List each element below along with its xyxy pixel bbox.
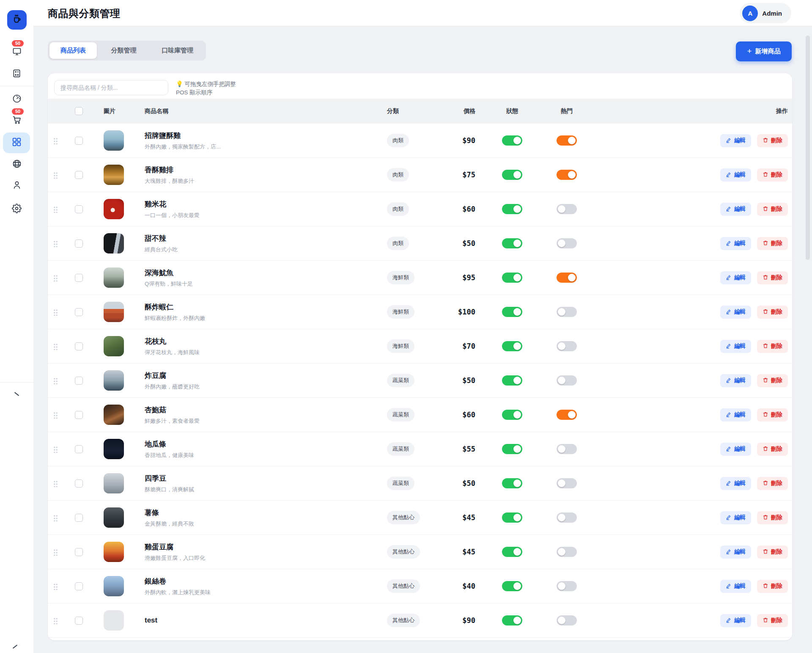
hot-toggle[interactable] <box>557 170 577 180</box>
status-toggle[interactable] <box>502 410 522 420</box>
delete-button[interactable]: 刪除 <box>757 614 788 627</box>
drag-handle-icon[interactable] <box>53 617 58 624</box>
delete-button[interactable]: 刪除 <box>757 511 788 524</box>
hot-toggle[interactable] <box>557 410 577 420</box>
select-all-checkbox[interactable] <box>75 107 83 115</box>
row-checkbox[interactable] <box>75 342 83 350</box>
sidebar-item-web[interactable] <box>0 159 33 171</box>
row-checkbox[interactable] <box>75 445 83 453</box>
status-toggle[interactable] <box>502 204 522 214</box>
status-toggle[interactable] <box>502 307 522 317</box>
delete-button[interactable]: 刪除 <box>757 237 788 250</box>
delete-button[interactable]: 刪除 <box>757 271 788 284</box>
delete-button[interactable]: 刪除 <box>757 580 788 593</box>
status-toggle[interactable] <box>502 341 522 351</box>
edit-button[interactable]: 編輯 <box>720 477 751 490</box>
status-toggle[interactable] <box>502 581 522 591</box>
hot-toggle[interactable] <box>557 547 577 557</box>
sidebar-item-pos[interactable] <box>0 47 33 58</box>
edit-button[interactable]: 編輯 <box>720 443 751 456</box>
drag-handle-icon[interactable] <box>53 583 58 590</box>
status-toggle[interactable] <box>502 547 522 557</box>
row-checkbox[interactable] <box>75 479 83 488</box>
drag-handle-icon[interactable] <box>53 206 58 213</box>
drag-handle-icon[interactable] <box>53 548 58 556</box>
drag-handle-icon[interactable] <box>53 343 58 350</box>
hot-toggle[interactable] <box>557 444 577 454</box>
status-toggle[interactable] <box>502 170 522 180</box>
status-toggle[interactable] <box>502 273 522 283</box>
tab-flavor-library[interactable]: 口味庫管理 <box>151 42 204 59</box>
delete-button[interactable]: 刪除 <box>757 203 788 216</box>
row-checkbox[interactable] <box>75 171 83 179</box>
edit-button[interactable]: 編輯 <box>720 340 751 353</box>
drag-handle-icon[interactable] <box>53 274 58 281</box>
tab-product-list[interactable]: 商品列表 <box>49 42 97 59</box>
resize-handle-icon[interactable] <box>13 645 17 649</box>
row-checkbox[interactable] <box>75 240 83 248</box>
hot-toggle[interactable] <box>557 273 577 283</box>
sidebar-item-orders[interactable] <box>0 115 33 127</box>
delete-button[interactable]: 刪除 <box>757 443 788 456</box>
hot-toggle[interactable] <box>557 204 577 214</box>
drag-handle-icon[interactable] <box>53 240 58 247</box>
status-toggle[interactable] <box>502 512 522 523</box>
edit-button[interactable]: 編輯 <box>720 203 751 216</box>
sidebar-item-calculator[interactable] <box>0 68 33 80</box>
row-checkbox[interactable] <box>75 205 83 213</box>
app-logo[interactable] <box>7 10 27 30</box>
edit-button[interactable]: 編輯 <box>720 168 751 182</box>
delete-button[interactable]: 刪除 <box>757 134 788 147</box>
drag-handle-icon[interactable] <box>53 446 58 453</box>
delete-button[interactable]: 刪除 <box>757 408 788 422</box>
delete-button[interactable]: 刪除 <box>757 306 788 319</box>
sidebar-item-settings[interactable] <box>0 203 33 215</box>
edit-button[interactable]: 編輯 <box>720 306 751 319</box>
hot-toggle[interactable] <box>557 512 577 523</box>
delete-button[interactable]: 刪除 <box>757 546 788 559</box>
sidebar-item-dashboard[interactable] <box>0 94 33 105</box>
edit-button[interactable]: 編輯 <box>720 614 751 627</box>
hot-toggle[interactable] <box>557 478 577 488</box>
row-checkbox[interactable] <box>75 548 83 556</box>
row-checkbox[interactable] <box>75 274 83 282</box>
status-toggle[interactable] <box>502 615 522 625</box>
sidebar-item-products-active[interactable] <box>3 132 30 153</box>
drag-handle-icon[interactable] <box>53 514 58 521</box>
edit-button[interactable]: 編輯 <box>720 408 751 422</box>
edit-button[interactable]: 編輯 <box>720 271 751 284</box>
row-checkbox[interactable] <box>75 411 83 419</box>
status-toggle[interactable] <box>502 444 522 454</box>
status-toggle[interactable] <box>502 238 522 248</box>
edit-button[interactable]: 編輯 <box>720 374 751 387</box>
edit-button[interactable]: 編輯 <box>720 580 751 593</box>
hot-toggle[interactable] <box>557 581 577 591</box>
hot-toggle[interactable] <box>557 341 577 351</box>
hot-toggle[interactable] <box>557 615 577 625</box>
drag-handle-icon[interactable] <box>53 137 58 144</box>
tab-category-management[interactable]: 分類管理 <box>97 42 151 59</box>
row-checkbox[interactable] <box>75 137 83 145</box>
edit-button[interactable]: 編輯 <box>720 134 751 147</box>
drag-handle-icon[interactable] <box>53 480 58 487</box>
admin-menu[interactable]: A Admin <box>740 3 791 23</box>
hot-toggle[interactable] <box>557 238 577 248</box>
delete-button[interactable]: 刪除 <box>757 477 788 490</box>
search-input[interactable] <box>54 80 168 95</box>
drag-handle-icon[interactable] <box>53 309 58 316</box>
row-checkbox[interactable] <box>75 617 83 625</box>
sidebar-collapse-icon[interactable] <box>14 392 19 396</box>
hot-toggle[interactable] <box>557 135 577 146</box>
scrollbar-thumb[interactable] <box>806 36 810 260</box>
edit-button[interactable]: 編輯 <box>720 511 751 524</box>
edit-button[interactable]: 編輯 <box>720 237 751 250</box>
drag-handle-icon[interactable] <box>53 411 58 419</box>
hot-toggle[interactable] <box>557 307 577 317</box>
status-toggle[interactable] <box>502 135 522 146</box>
hot-toggle[interactable] <box>557 375 577 386</box>
add-product-button[interactable]: + 新增商品 <box>736 41 792 61</box>
delete-button[interactable]: 刪除 <box>757 374 788 387</box>
row-checkbox[interactable] <box>75 514 83 522</box>
drag-handle-icon[interactable] <box>53 377 58 384</box>
sidebar-item-users[interactable] <box>0 180 33 192</box>
